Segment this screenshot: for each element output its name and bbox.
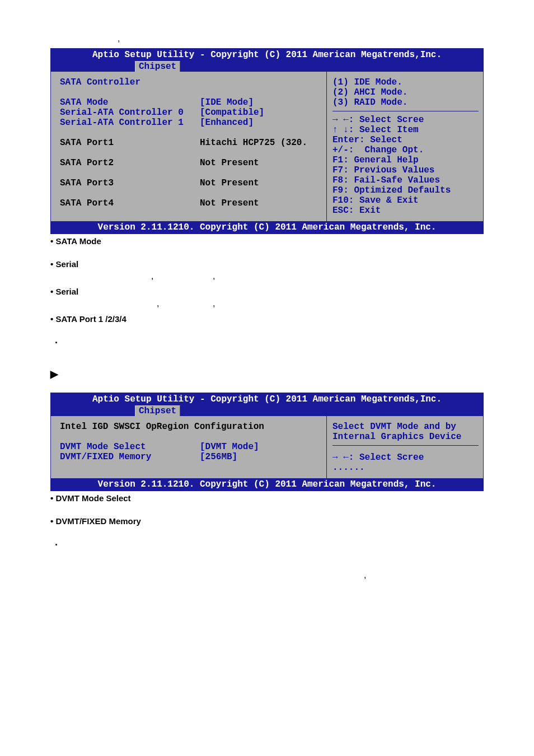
setting-value: [256MB] [200, 452, 322, 462]
setting-label: Serial-ATA Controller 0 [60, 108, 200, 118]
stray-comma: , [213, 298, 215, 309]
setting-row[interactable]: SATA Mode[IDE Mode] [60, 97, 322, 108]
setting-value: Not Present [200, 198, 322, 208]
setting-label: SATA Port1 [60, 138, 200, 148]
bullet-dvmt-memory: DVMT/FIXED Memory [50, 516, 484, 526]
setting-label: SATA Port3 [60, 178, 200, 188]
dot-1: · [55, 337, 484, 349]
help-text: ↑ ↓: Select Item [332, 125, 479, 135]
bios-footer-1: Version 2.11.1210. Copyright (C) 2011 Am… [51, 221, 483, 234]
tab-chipset[interactable]: Chipset [135, 61, 180, 72]
help-text: (1) IDE Mode. [332, 77, 479, 87]
bios-help-panel-2: Select DVMT Mode and byInternal Graphics… [326, 416, 483, 478]
help-text: ...... [332, 463, 479, 473]
setting-label: SATA Port2 [60, 158, 200, 168]
setting-label: SATA Port4 [60, 198, 200, 208]
setting-row[interactable]: Serial-ATA Controller 1[Enhanced] [60, 118, 322, 128]
setting-value: [IDE Mode] [200, 97, 322, 108]
arrow-icon: ▶ [50, 368, 484, 380]
stray-comma: , [151, 271, 153, 281]
setting-row: SATA Port2Not Present [60, 158, 322, 168]
tab-chipset-2[interactable]: Chipset [135, 405, 180, 416]
help-text: F9: Optimized Defaults [332, 185, 479, 195]
setting-label: Serial-ATA Controller 1 [60, 118, 200, 128]
setting-value: Hitachi HCP725 (320. [200, 138, 322, 148]
help-text: F1: General Help [332, 155, 479, 165]
setting-label: DVMT Mode Select [60, 442, 200, 452]
setting-value: Not Present [200, 158, 322, 168]
setting-value: Not Present [200, 178, 322, 188]
setting-value: [Compatible] [200, 108, 322, 118]
setting-value [200, 77, 322, 87]
bullet-serial-0: Serial [50, 259, 484, 269]
setting-value: [Enhanced] [200, 118, 322, 128]
help-text: (3) RAID Mode. [332, 97, 479, 108]
help-text: +/-: Change Opt. [332, 145, 479, 155]
bios-help-panel-1: (1) IDE Mode.(2) AHCI Mode.(3) RAID Mode… [326, 72, 483, 221]
help-text: Enter: Select [332, 135, 479, 145]
bios-window-2: Aptio Setup Utility - Copyright (C) 2011… [50, 393, 484, 491]
stray-comma: , [118, 34, 120, 44]
bios-header-1: Aptio Setup Utility - Copyright (C) 2011… [51, 49, 483, 61]
dot-2: · [55, 539, 484, 551]
help-text: F10: Save & Exit [332, 195, 479, 206]
setting-dvmt-memory[interactable]: DVMT/FIXED Memory [256MB] [60, 452, 322, 462]
igd-title: Intel IGD SWSCI OpRegion Configuration [60, 422, 322, 432]
help-text: → ←: Select Scree [332, 452, 479, 463]
setting-row: SATA Port4Not Present [60, 198, 322, 208]
bullet-dvmt-mode: DVMT Mode Select [50, 493, 484, 503]
bullet-serial-1: Serial [50, 287, 484, 296]
bios-tabs-1: Chipset [51, 61, 483, 72]
setting-row: SATA Port1Hitachi HCP725 (320. [60, 138, 322, 148]
setting-row[interactable]: SATA Controller [60, 77, 322, 87]
setting-dvmt-mode[interactable]: DVMT Mode Select [DVMT Mode] [60, 442, 322, 452]
setting-row: SATA Port3Not Present [60, 178, 322, 188]
bios-window-1: Aptio Setup Utility - Copyright (C) 2011… [50, 48, 484, 234]
setting-value: [DVMT Mode] [200, 442, 322, 452]
bios-tabs-2: Chipset [51, 405, 483, 416]
bios-left-panel-1: SATA ControllerSATA Mode[IDE Mode]Serial… [51, 72, 326, 221]
help-text: F7: Previous Values [332, 165, 479, 175]
help-text: F8: Fail-Safe Values [332, 175, 479, 185]
bios-header-2: Aptio Setup Utility - Copyright (C) 2011… [51, 393, 483, 405]
setting-label: SATA Mode [60, 97, 200, 108]
help-text: Internal Graphics Device [332, 432, 479, 442]
bios-left-panel-2: Intel IGD SWSCI OpRegion Configuration D… [51, 416, 326, 478]
stray-comma: , [157, 298, 159, 309]
help-text: ESC: Exit [332, 206, 479, 216]
help-text: → ←: Select Scree [332, 115, 479, 125]
help-text: (2) AHCI Mode. [332, 87, 479, 97]
bios-footer-2: Version 2.11.1210. Copyright (C) 2011 Am… [51, 478, 483, 491]
setting-label: DVMT/FIXED Memory [60, 452, 200, 462]
setting-label: SATA Controller [60, 77, 200, 87]
help-text: Select DVMT Mode and by [332, 422, 479, 432]
setting-row[interactable]: Serial-ATA Controller 0[Compatible] [60, 108, 322, 118]
bullet-sata-mode: SATA Mode [50, 236, 484, 246]
bullet-sata-port: SATA Port 1 /2/3/4 [50, 314, 484, 324]
stray-comma: , [213, 271, 215, 281]
stray-comma: , [50, 570, 484, 592]
